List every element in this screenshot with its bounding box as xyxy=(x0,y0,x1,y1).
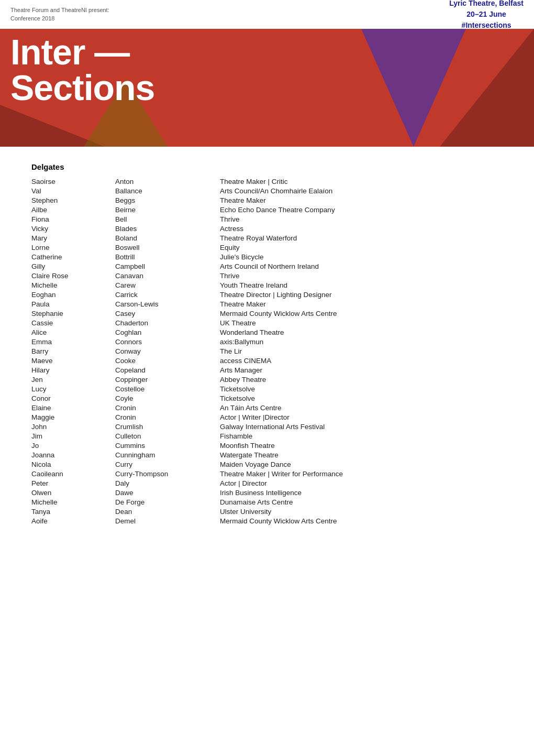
delegate-first-name: Jo xyxy=(31,441,115,450)
delegate-first-name: Stephen xyxy=(31,195,115,205)
delegate-last-name: Carrick xyxy=(115,290,220,299)
delegate-last-name: De Forge xyxy=(115,497,220,507)
delegate-organization: Theatre Maker xyxy=(220,195,503,205)
table-row: StephenBeggsTheatre Maker xyxy=(31,195,503,205)
section-title: Delgates xyxy=(31,162,503,171)
table-row: OlwenDaweIrish Business Intelligence xyxy=(31,488,503,497)
delegate-organization: Theatre Maker | Writer for Performance xyxy=(220,469,503,478)
delegate-organization: Equity xyxy=(220,243,503,252)
delegate-first-name: Emma xyxy=(31,337,115,346)
table-row: AilbeBeirneEcho Echo Dance Theatre Compa… xyxy=(31,205,503,214)
delegate-first-name: Aoife xyxy=(31,516,115,525)
delegate-organization: UK Theatre xyxy=(220,318,503,327)
delegate-first-name: Vicky xyxy=(31,224,115,233)
delegate-first-name: Cassie xyxy=(31,318,115,327)
delegate-last-name: Chaderton xyxy=(115,318,220,327)
delegate-last-name: Demel xyxy=(115,516,220,525)
delegate-organization: access CINEMA xyxy=(220,356,503,365)
delegate-last-name: Copeland xyxy=(115,365,220,375)
delegate-organization: Dunamaise Arts Centre xyxy=(220,497,503,507)
delegates-table: SaoirseAntonTheatre Maker | CriticValBal… xyxy=(31,177,503,525)
table-row: ConorCoyleTicketsolve xyxy=(31,393,503,403)
delegate-last-name: Curry xyxy=(115,459,220,469)
delegate-organization: Youth Theatre Ireland xyxy=(220,280,503,290)
delegate-organization: Watergate Theatre xyxy=(220,450,503,459)
delegate-first-name: Ailbe xyxy=(31,205,115,214)
table-row: BarryConwayThe Lir xyxy=(31,346,503,356)
delegate-organization: Actor | Director xyxy=(220,478,503,488)
delegate-first-name: Alice xyxy=(31,327,115,337)
table-row: AliceCoghlanWonderland Theatre xyxy=(31,327,503,337)
delegate-first-name: Eoghan xyxy=(31,290,115,299)
table-row: StephanieCaseyMermaid County Wicklow Art… xyxy=(31,309,503,318)
delegate-last-name: Carew xyxy=(115,280,220,290)
delegate-last-name: Curry-Thompson xyxy=(115,469,220,478)
delegate-last-name: Blades xyxy=(115,224,220,233)
delegate-last-name: Bell xyxy=(115,214,220,224)
delegate-last-name: Cooke xyxy=(115,356,220,365)
table-row: ValBallanceArts Council/An Chomhairle Ea… xyxy=(31,186,503,195)
delegate-organization: Theatre Royal Waterford xyxy=(220,233,503,243)
delegate-last-name: Cummins xyxy=(115,441,220,450)
delegate-last-name: Casey xyxy=(115,309,220,318)
table-row: ElaineCroninAn Táin Arts Centre xyxy=(31,403,503,412)
delegate-organization: Actress xyxy=(220,224,503,233)
table-row: TanyaDeanUlster University xyxy=(31,507,503,516)
table-row: MichelleDe ForgeDunamaise Arts Centre xyxy=(31,497,503,507)
table-row: NicolaCurryMaiden Voyage Dance xyxy=(31,459,503,469)
delegate-organization: Moonfish Theatre xyxy=(220,441,503,450)
delegate-organization: Fishamble xyxy=(220,431,503,441)
delegate-organization: Ticketsolve xyxy=(220,384,503,393)
table-row: JenCoppingerAbbey Theatre xyxy=(31,375,503,384)
table-row: FionaBellThrive xyxy=(31,214,503,224)
delegate-organization: Arts Manager xyxy=(220,365,503,375)
banner-body: Inter — Sections xyxy=(0,29,534,147)
delegate-organization: Echo Echo Dance Theatre Company xyxy=(220,205,503,214)
delegate-first-name: Caoileann xyxy=(31,469,115,478)
table-row: JohnCrumlishGalway International Arts Fe… xyxy=(31,422,503,431)
delegate-first-name: Barry xyxy=(31,346,115,356)
delegate-organization: axis:Ballymun xyxy=(220,337,503,346)
delegate-first-name: John xyxy=(31,422,115,431)
table-row: HilaryCopelandArts Manager xyxy=(31,365,503,375)
delegate-organization: The Lir xyxy=(220,346,503,356)
delegate-organization: Thrive xyxy=(220,214,503,224)
table-row: GillyCampbellArts Council of Northern Ir… xyxy=(31,261,503,271)
delegate-last-name: Boland xyxy=(115,233,220,243)
table-row: MaryBolandTheatre Royal Waterford xyxy=(31,233,503,243)
table-row: EoghanCarrickTheatre Director | Lighting… xyxy=(31,290,503,299)
delegate-organization: Theatre Maker | Critic xyxy=(220,177,503,186)
header-left-text: Theatre Forum and TheatreNI present: Con… xyxy=(10,6,109,23)
delegate-first-name: Saoirse xyxy=(31,177,115,186)
delegate-first-name: Fiona xyxy=(31,214,115,224)
delegate-first-name: Paula xyxy=(31,299,115,309)
delegate-last-name: Cronin xyxy=(115,403,220,412)
delegate-last-name: Dawe xyxy=(115,488,220,497)
table-row: EmmaConnorsaxis:Ballymun xyxy=(31,337,503,346)
delegate-last-name: Cronin xyxy=(115,412,220,422)
delegate-first-name: Jim xyxy=(31,431,115,441)
delegate-last-name: Boswell xyxy=(115,243,220,252)
table-row: JoCumminsMoonfish Theatre xyxy=(31,441,503,450)
table-row: LorneBoswellEquity xyxy=(31,243,503,252)
delegate-first-name: Olwen xyxy=(31,488,115,497)
delegate-first-name: Peter xyxy=(31,478,115,488)
header-top-bar: Theatre Forum and TheatreNI present: Con… xyxy=(0,0,534,29)
table-row: SaoirseAntonTheatre Maker | Critic xyxy=(31,177,503,186)
delegate-last-name: Cunningham xyxy=(115,450,220,459)
delegate-first-name: Val xyxy=(31,186,115,195)
delegate-first-name: Lucy xyxy=(31,384,115,393)
table-row: AoifeDemelMermaid County Wicklow Arts Ce… xyxy=(31,516,503,525)
delegate-last-name: Ballance xyxy=(115,186,220,195)
table-row: MichelleCarewYouth Theatre Ireland xyxy=(31,280,503,290)
delegate-first-name: Claire Rose xyxy=(31,271,115,280)
delegate-first-name: Elaine xyxy=(31,403,115,412)
triangle-dark-red-decoration xyxy=(440,29,534,147)
delegate-organization: Thrive xyxy=(220,271,503,280)
table-row: MaggieCroninActor | Writer |Director xyxy=(31,412,503,422)
delegate-organization: Theatre Maker xyxy=(220,299,503,309)
delegate-first-name: Nicola xyxy=(31,459,115,469)
header-right-text: Lyric Theatre, Belfast 20–21 June #Inter… xyxy=(449,0,524,31)
delegate-last-name: Beirne xyxy=(115,205,220,214)
delegate-last-name: Carson-Lewis xyxy=(115,299,220,309)
